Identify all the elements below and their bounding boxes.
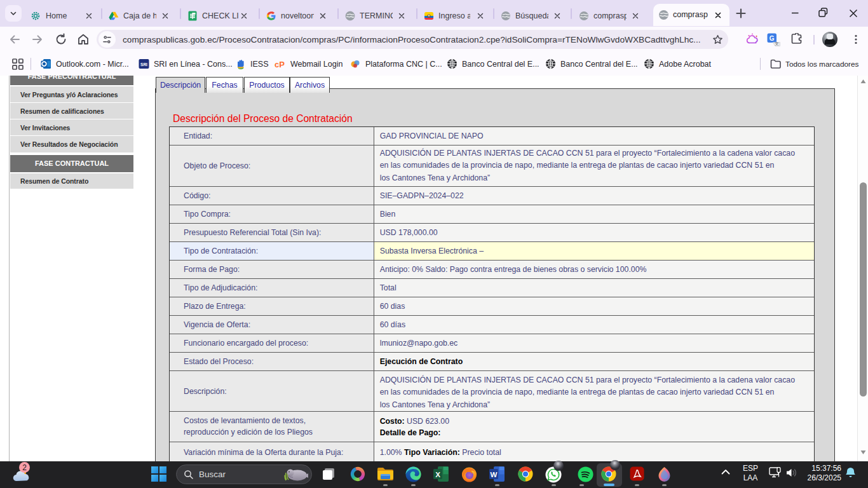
svg-text:W: W <box>491 471 498 478</box>
svg-text:G: G <box>770 35 775 42</box>
svg-text:SRI: SRI <box>140 62 147 67</box>
svg-text:cP: cP <box>275 60 285 69</box>
svg-text:X: X <box>435 471 440 478</box>
svg-text:文: 文 <box>775 41 779 46</box>
